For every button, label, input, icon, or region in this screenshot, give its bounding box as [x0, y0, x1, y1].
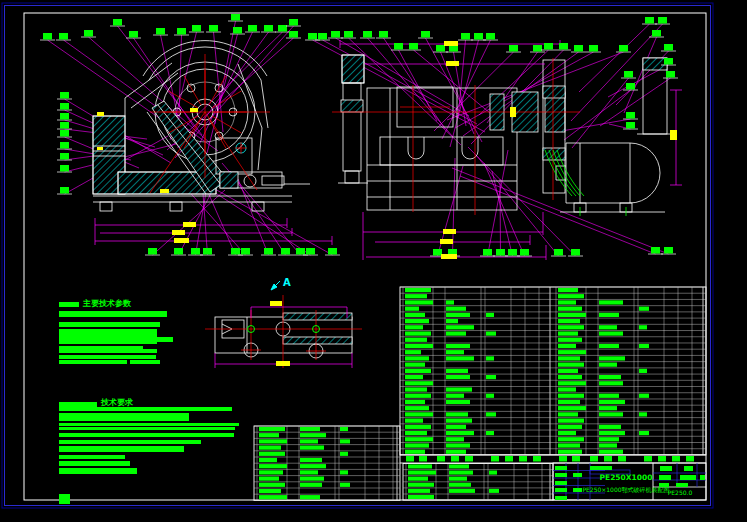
bom-part-name-bar — [405, 369, 431, 373]
balloon-number-label — [209, 25, 218, 32]
bom-part-name-bar — [405, 313, 425, 317]
tech-params-text-bar — [130, 360, 160, 364]
bom-header-label — [672, 456, 680, 462]
tech-params-text-bar — [143, 349, 157, 353]
dimension-lines — [95, 40, 682, 368]
balloon-leader-line — [442, 40, 491, 139]
titleblock-text-bar — [555, 496, 567, 500]
bom-material-bar — [446, 325, 474, 329]
balloon-number-label — [203, 248, 212, 255]
bom-part-name-bar — [405, 350, 421, 354]
bom-part-name-bar — [558, 363, 584, 367]
bom-part-name-bar — [558, 294, 584, 298]
bom-part-name-bar — [405, 363, 425, 367]
tech-params-heading: 主要技术参数 — [83, 300, 131, 308]
bom-part-name-bar — [558, 375, 582, 379]
balloon-leader-line — [571, 24, 663, 121]
tech-req-text-bar — [59, 433, 234, 437]
balloon-number-label — [60, 92, 69, 99]
tech-params-text-bar — [59, 355, 156, 359]
bom-part-name-bar — [558, 356, 580, 360]
balloon-number-label — [554, 249, 563, 256]
titleblock-model-text: PE250X1000 — [596, 474, 656, 482]
bom-part-name-bar — [558, 331, 578, 335]
balloon-leader-line — [492, 171, 513, 256]
bom-part-name-bar — [408, 495, 434, 499]
balloon-number-label — [533, 45, 542, 52]
bom-part-name-bar — [259, 470, 283, 474]
bom-material-bar — [449, 477, 467, 481]
bom-remark-bar — [340, 452, 348, 456]
dimension-value-mark — [172, 230, 185, 235]
bom-part-name-bar — [558, 313, 586, 317]
bom-material-bar — [446, 419, 472, 423]
bom-part-name-bar — [558, 325, 584, 329]
dimension-value-mark — [97, 147, 103, 150]
bom-material-bar — [599, 300, 623, 304]
balloon-number-label — [289, 31, 298, 38]
balloon-number-label — [60, 103, 69, 110]
balloon-number-label — [664, 44, 673, 51]
bom-part-name-bar — [405, 375, 423, 379]
titleblock-drawing-number: PE250.0 — [655, 490, 705, 496]
bom-material-bar — [599, 394, 619, 398]
bom-part-name-bar — [259, 483, 285, 487]
bom-material-bar — [300, 433, 326, 437]
balloon-number-label — [281, 248, 290, 255]
bom-material-bar — [300, 483, 322, 487]
bom-part-name-bar — [558, 350, 586, 354]
dimension-value-mark — [190, 108, 198, 112]
balloon-number-label — [59, 33, 68, 40]
balloon-number-label — [296, 248, 305, 255]
bom-material-bar — [446, 400, 470, 404]
bom-part-name-bar — [558, 394, 584, 398]
bom-part-name-bar — [259, 452, 285, 456]
bom-material-bar — [599, 325, 617, 329]
bom-material-bar — [599, 406, 617, 410]
bom-header-label — [618, 456, 626, 462]
cad-drawing-sheet: 主要技术参数 技术要求 A PE250X1000 PE250×1000鄂式破碎机… — [0, 0, 747, 522]
bom-header-label — [604, 456, 612, 462]
balloon-number-label — [60, 187, 69, 194]
titleblock-text-bar — [573, 488, 582, 492]
bom-header-label — [590, 456, 598, 462]
bom-material-bar — [599, 400, 625, 404]
flywheel-spoke — [169, 91, 198, 108]
flywheel-spoke — [212, 116, 241, 133]
dimension-value-mark — [97, 112, 104, 116]
dimension-value-mark — [441, 254, 457, 259]
balloon-leader-line — [399, 50, 438, 121]
bom-part-name-bar — [405, 450, 425, 454]
titleblock-text-bar — [676, 483, 688, 487]
dimension-value-mark — [444, 41, 458, 46]
dimension-value-mark — [276, 361, 290, 366]
balloon-number-label — [344, 31, 353, 38]
bom-material-bar — [599, 412, 623, 416]
bom-part-name-bar — [405, 412, 433, 416]
balloon-leader-line — [191, 32, 269, 137]
tech-req-text-bar — [59, 455, 125, 459]
bom-part-name-bar — [405, 406, 429, 410]
bom-part-name-bar — [558, 425, 582, 429]
balloon-number-label — [192, 25, 201, 32]
bom-remark-bar — [486, 313, 494, 317]
bom-material-bar — [599, 344, 619, 348]
bom-material-bar — [446, 412, 468, 416]
bom-material-bar — [446, 350, 464, 354]
bom-material-bar — [599, 437, 619, 441]
bom-part-name-bar — [259, 427, 285, 431]
balloon-number-label — [626, 83, 635, 90]
balloon-number-label — [156, 28, 165, 35]
balloon-leader-line — [214, 192, 311, 255]
balloon-number-label — [231, 14, 240, 21]
balloon-leader-line — [414, 50, 491, 113]
balloon-number-label — [508, 249, 517, 256]
balloon-number-label — [619, 45, 628, 52]
tech-req-text-bar — [59, 440, 201, 444]
bom-header-label — [451, 456, 459, 462]
bom-material-bar — [599, 356, 625, 360]
titleblock-text-bar — [684, 466, 693, 471]
bom-part-name-bar — [408, 471, 436, 475]
titleblock-text-bar — [555, 473, 567, 477]
balloon-number-label — [433, 249, 442, 256]
